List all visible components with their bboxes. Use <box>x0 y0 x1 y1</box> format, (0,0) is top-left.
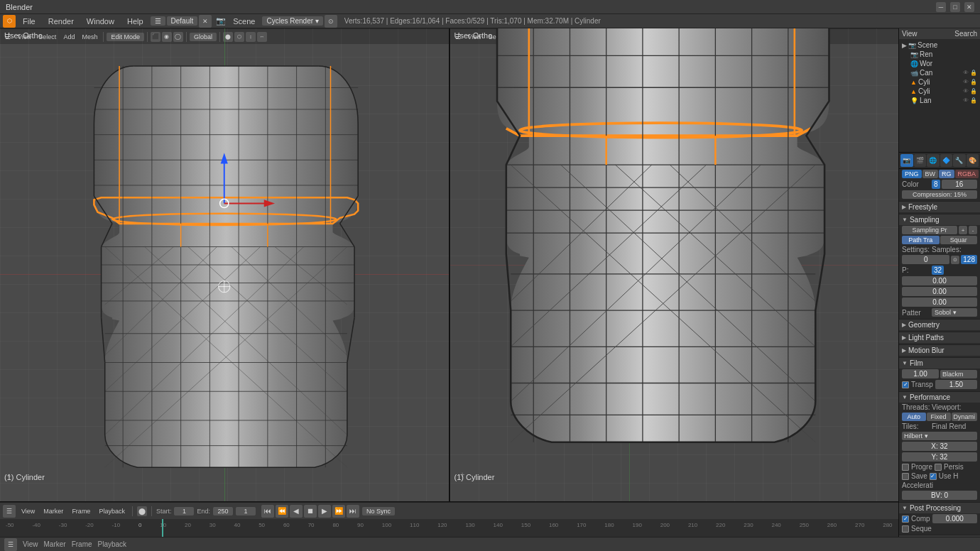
sampling-header[interactable]: ▼ Sampling <box>899 214 980 225</box>
jump-end[interactable]: ⏭ <box>347 505 359 518</box>
film-val1[interactable]: 1.00 <box>902 369 939 378</box>
progre-check[interactable] <box>902 464 909 471</box>
light-paths-header[interactable]: ▶ Light Paths <box>899 332 980 343</box>
seque-check[interactable] <box>902 525 909 533</box>
render-engine[interactable]: Cycles Render ▾ <box>262 16 322 26</box>
timeline-playback-menu[interactable]: Playback <box>96 507 128 515</box>
status-view[interactable]: View <box>23 540 38 548</box>
post-processing-header[interactable]: ▼ Post Processing <box>899 503 980 513</box>
scene-tree-cyl2[interactable]: ▲ Cyli 👁 🔒 <box>900 87 979 96</box>
p-row: P: 32 <box>899 265 980 276</box>
color-depth-2[interactable]: 16 <box>942 180 977 189</box>
p-val[interactable]: 32 <box>932 266 944 275</box>
comp-check[interactable]: ✓ <box>902 515 909 523</box>
viewport-right[interactable]: User Ortho <box>450 28 899 501</box>
sampling-pr-row: Sampling Pr + - <box>899 225 980 235</box>
maximize-button[interactable]: □ <box>950 2 960 12</box>
status-playback[interactable]: Playback <box>98 540 127 548</box>
tl-icon-1[interactable]: ⬤ <box>137 506 147 516</box>
persis-check[interactable] <box>935 464 942 471</box>
scene-tree-cyl1[interactable]: ▲ Cyli 👁 🔒 <box>900 77 979 87</box>
blackm-val[interactable]: Blackm <box>940 370 977 378</box>
compression-value[interactable]: Compression: 15% <box>902 190 977 199</box>
play-forward[interactable]: ▶ <box>318 505 331 518</box>
frame-track[interactable]: -50 -40 -30 -20 -10 0 10 20 30 40 50 60 <box>0 519 898 537</box>
use-h-check[interactable]: ✓ <box>930 473 937 480</box>
close-button[interactable]: ✕ <box>964 2 974 12</box>
auto-btn[interactable]: Auto <box>902 413 926 421</box>
row2-val[interactable]: 0.00 <box>902 287 977 296</box>
help-menu[interactable]: Help <box>121 16 149 27</box>
render-prop-icon[interactable]: 📷 <box>900 154 913 167</box>
layout-close[interactable]: ✕ <box>199 15 212 28</box>
freestyle-header[interactable]: ▶ Freestyle <box>899 202 980 212</box>
world-prop-icon[interactable]: 🌐 <box>927 154 940 167</box>
status-frame[interactable]: Frame <box>72 540 92 548</box>
x-val[interactable]: X: 32 <box>902 442 977 451</box>
transp-val[interactable]: 1.50 <box>935 380 977 389</box>
motion-blur-header[interactable]: ▶ Motion Blur <box>899 345 980 356</box>
scene-prop-icon[interactable]: 🎬 <box>914 154 927 167</box>
file-menu[interactable]: File <box>17 16 41 27</box>
sampling-pr-val[interactable]: Sampling Pr <box>902 226 957 234</box>
frame-num: 10 <box>160 522 166 528</box>
dynami-btn[interactable]: Dynami <box>952 413 978 421</box>
sampling-minus[interactable]: - <box>969 226 977 234</box>
scene-panel-view[interactable]: View <box>902 30 918 38</box>
status-marker[interactable]: Marker <box>44 540 66 548</box>
stop[interactable]: ⏹ <box>304 505 317 518</box>
start-frame[interactable]: 1 <box>174 507 194 515</box>
squar-btn[interactable]: Squar <box>940 236 978 244</box>
geometry-header[interactable]: ▶ Geometry <box>899 320 980 330</box>
play-back[interactable]: ◀ <box>290 505 303 518</box>
modifier-prop-icon[interactable]: 🔧 <box>953 154 966 167</box>
scene-tree-ren[interactable]: 📷 Ren <box>900 50 979 59</box>
scene-tree-world[interactable]: 🌐 Wor <box>900 59 979 68</box>
hilbert-btn[interactable]: Hilbert ▾ <box>902 432 977 440</box>
jump-start[interactable]: ⏮ <box>261 505 274 518</box>
frame-num: 250 <box>800 522 809 528</box>
aa-val[interactable]: 128 <box>961 255 977 264</box>
scene-tree-lamp[interactable]: 💡 Lan 👁 🔒 <box>900 96 979 105</box>
comp-val[interactable]: 0.000 <box>932 514 977 523</box>
viewport-left[interactable]: User Ortho <box>0 28 450 501</box>
timeline-marker-menu[interactable]: Marker <box>40 507 66 515</box>
fixed-btn[interactable]: Fixed <box>927 413 951 421</box>
frame-num: 160 <box>549 522 558 528</box>
no-sync[interactable]: No Sync <box>362 507 395 515</box>
object-prop-icon[interactable]: 🔷 <box>940 154 953 167</box>
material-prop-icon[interactable]: 🎨 <box>967 154 979 167</box>
timeline-menu[interactable]: ☰ <box>3 505 16 518</box>
performance-section: ▼ Performance Threads: Viewport: Auto Fi… <box>899 392 980 503</box>
color-depth-1[interactable]: 8 <box>932 180 940 189</box>
status-menu[interactable]: ☰ <box>4 538 17 551</box>
y-val[interactable]: Y: 32 <box>902 452 977 462</box>
sampling-plus[interactable]: + <box>959 226 967 234</box>
row3-val[interactable]: 0.00 <box>902 298 977 307</box>
transp-checkbox[interactable]: ✓ <box>902 381 909 388</box>
scene-tree-camera[interactable]: 📹 Can 👁 🔒 <box>900 68 979 77</box>
current-frame[interactable]: 1 <box>236 507 256 515</box>
rgb-button[interactable]: RG <box>939 170 954 178</box>
png-button[interactable]: PNG <box>902 170 922 178</box>
row1-val[interactable]: 0.00 <box>902 276 977 285</box>
minimize-button[interactable]: ─ <box>936 2 946 12</box>
scene-panel-search[interactable]: Search <box>954 30 977 38</box>
window-menu[interactable]: Window <box>81 16 120 27</box>
performance-header[interactable]: ▼ Performance <box>899 392 980 403</box>
end-frame[interactable]: 250 <box>213 507 233 515</box>
path-tra-btn[interactable]: Path Tra <box>902 236 940 244</box>
bw-button[interactable]: BW <box>922 170 939 178</box>
film-header[interactable]: ▼ Film <box>899 358 980 369</box>
pattern-val[interactable]: Sobol ▾ <box>932 308 977 317</box>
render-menu[interactable]: Render <box>43 16 80 27</box>
step-forward[interactable]: ⏩ <box>332 505 345 518</box>
bv-val[interactable]: BV: 0 <box>902 491 977 500</box>
step-back[interactable]: ⏪ <box>276 505 288 518</box>
scene-tree-scene[interactable]: ▶ 📷 Scene <box>900 40 979 50</box>
timeline-frame-menu[interactable]: Frame <box>69 507 93 515</box>
timeline-view-menu[interactable]: View <box>18 507 38 515</box>
rgba-button[interactable]: RGBA <box>955 170 979 178</box>
save-check[interactable] <box>902 473 909 480</box>
s-val[interactable]: 0 <box>902 255 949 264</box>
